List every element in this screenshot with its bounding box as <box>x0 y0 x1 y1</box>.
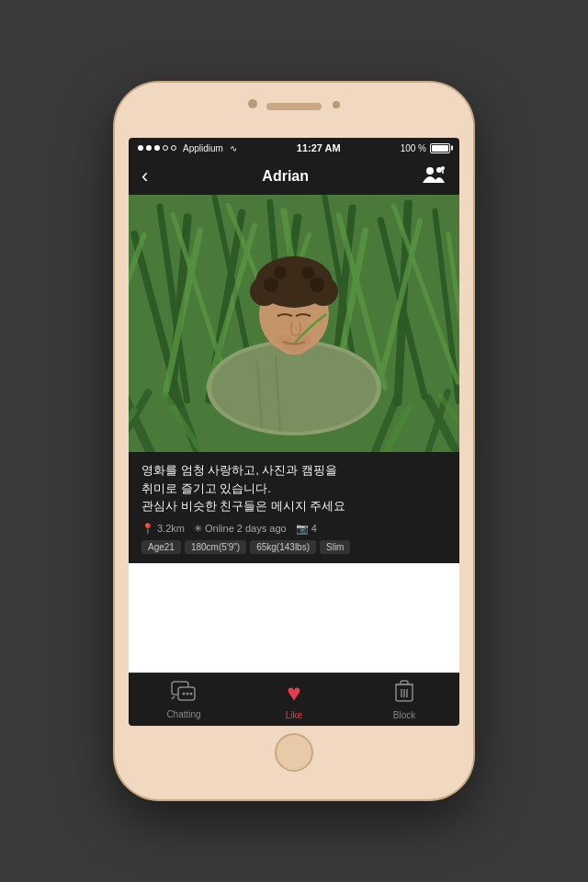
svg-point-61 <box>190 692 193 695</box>
svg-point-40 <box>264 277 278 292</box>
sun-icon: ✳ <box>194 523 202 535</box>
battery-label: 100 % <box>401 143 426 153</box>
status-right: 100 % <box>401 143 450 153</box>
meta-row: 📍 3.2km ✳ Online 2 days ago 📷 4 <box>141 523 447 535</box>
svg-point-42 <box>274 266 287 279</box>
wifi-icon: ∿ <box>230 143 237 153</box>
status-left: Applidium ∿ <box>138 143 237 153</box>
tags-row: Age21 180cm(5'9") 65kg(143lbs) Slim <box>141 540 447 554</box>
bio-section: 영화를 엄청 사랑하고, 사진과 캠핑을취미로 즐기고 있습니다.관심사 비슷한… <box>129 452 459 563</box>
battery-fill <box>432 145 448 152</box>
status-bar: Applidium ∿ 11:27 AM 100 % <box>129 138 459 158</box>
svg-point-0 <box>426 167 434 175</box>
bio-text: 영화를 엄청 사랑하고, 사진과 캠핑을취미로 즐기고 있습니다.관심사 비슷한… <box>141 461 447 515</box>
block-label: Block <box>393 710 415 720</box>
svg-point-60 <box>187 692 189 695</box>
location-people-icon[interactable] <box>423 164 447 189</box>
carrier-label: Applidium <box>183 143 223 153</box>
phone-speaker <box>266 103 322 110</box>
battery-icon <box>430 143 450 153</box>
photo-svg <box>129 195 459 452</box>
signal-dot-5 <box>171 145 176 151</box>
phone-top-bar <box>115 83 473 138</box>
photo-meta: 📷 4 <box>296 523 317 535</box>
status-time: 11:27 AM <box>297 142 341 153</box>
svg-point-29 <box>211 344 377 432</box>
svg-point-41 <box>310 277 324 292</box>
like-icon: ♥ <box>287 679 300 707</box>
svg-point-59 <box>183 692 186 695</box>
home-button[interactable] <box>275 733 313 772</box>
back-button[interactable]: ‹ <box>141 164 148 188</box>
like-label: Like <box>286 710 302 720</box>
tag-weight: 65kg(143lbs) <box>250 540 316 554</box>
tab-like[interactable]: ♥ Like <box>239 673 349 726</box>
svg-point-43 <box>301 266 314 279</box>
signal-dot-1 <box>138 145 143 151</box>
signal-dot-4 <box>163 145 168 151</box>
signal-dot-2 <box>146 145 152 151</box>
profile-photo <box>129 195 459 452</box>
camera-icon: 📷 <box>296 523 309 535</box>
tab-chatting[interactable]: Chatting <box>129 673 239 726</box>
chatting-icon <box>171 681 197 707</box>
phone-sensor <box>333 101 340 108</box>
phone-camera <box>248 99 257 108</box>
phone-frame: Applidium ∿ 11:27 AM 100 % ‹ Adrian <box>115 83 473 799</box>
tag-age: Age21 <box>141 540 181 554</box>
profile-name-header: Adrian <box>262 168 309 185</box>
tag-build: Slim <box>320 540 350 554</box>
tag-height: 180cm(5'9") <box>185 540 246 554</box>
online-meta: ✳ Online 2 days ago <box>194 523 287 535</box>
tab-bar: Chatting ♥ Like <box>129 673 459 726</box>
tab-block[interactable]: Block <box>349 673 459 726</box>
signal-dot-3 <box>154 145 160 151</box>
phone-bottom-bar <box>115 726 473 781</box>
nav-bar: ‹ Adrian <box>129 158 459 195</box>
block-icon <box>394 680 414 707</box>
svg-point-2 <box>441 166 445 170</box>
phone-outer: Applidium ∿ 11:27 AM 100 % ‹ Adrian <box>0 0 588 882</box>
phone-screen: Applidium ∿ 11:27 AM 100 % ‹ Adrian <box>129 138 459 726</box>
location-icon: 📍 <box>141 523 154 535</box>
chatting-label: Chatting <box>166 709 200 719</box>
svg-point-46 <box>283 342 305 351</box>
distance-meta: 📍 3.2km <box>141 523 185 535</box>
